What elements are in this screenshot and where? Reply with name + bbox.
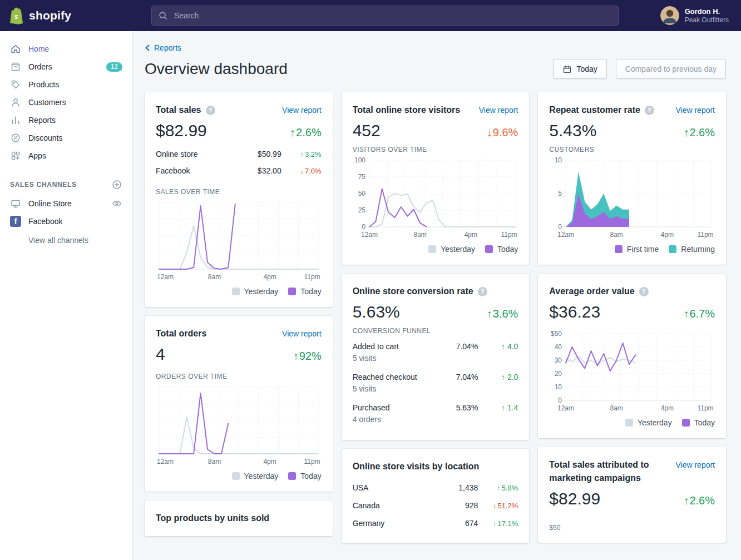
help-icon[interactable]: ? bbox=[478, 287, 487, 296]
add-channel-button[interactable] bbox=[111, 179, 122, 190]
conversion-value: 5.63% bbox=[353, 303, 400, 321]
view-all-channels-link[interactable]: View all channels bbox=[0, 230, 132, 250]
conversion-delta: ↑3.6% bbox=[487, 308, 518, 320]
sidebar: Home Orders 12 Products Customers Report… bbox=[0, 31, 133, 560]
svg-text:4pm: 4pm bbox=[661, 404, 674, 412]
sidebar-item-facebook[interactable]: f Facebook bbox=[0, 212, 132, 230]
search-input[interactable] bbox=[173, 11, 612, 21]
sidebar-item-discounts[interactable]: Discounts bbox=[0, 129, 132, 147]
svg-text:8am: 8am bbox=[610, 231, 623, 239]
location-row: USA 1,438 ↑5.8% bbox=[353, 479, 518, 497]
returning-swatch bbox=[669, 245, 676, 253]
svg-text:100: 100 bbox=[354, 156, 365, 164]
chart-legend: Yesterday Today bbox=[156, 472, 322, 480]
svg-text:75: 75 bbox=[358, 173, 365, 181]
aov-value: $36.23 bbox=[549, 303, 600, 321]
svg-text:4pm: 4pm bbox=[661, 231, 674, 239]
svg-text:0: 0 bbox=[362, 223, 365, 231]
search-area bbox=[133, 6, 647, 26]
avatar bbox=[660, 6, 679, 25]
user-menu[interactable]: Gordon H. Peak Outfitters bbox=[647, 6, 741, 25]
svg-text:s: s bbox=[14, 12, 18, 21]
yesterday-swatch bbox=[625, 419, 633, 427]
customers-chart: 105012am8am4pm11pm bbox=[549, 156, 715, 240]
today-swatch bbox=[682, 419, 690, 427]
page-title: Overview dashboard bbox=[145, 60, 288, 78]
store-name: Peak Outfitters bbox=[685, 16, 729, 24]
apps-icon bbox=[10, 150, 21, 161]
svg-text:11pm: 11pm bbox=[304, 273, 320, 281]
sidebar-item-apps[interactable]: Apps bbox=[0, 147, 132, 165]
visitors-delta: ↓9.6% bbox=[487, 126, 518, 139]
chart-legend: Yesterday Today bbox=[549, 418, 715, 427]
sidebar-item-reports[interactable]: Reports bbox=[0, 111, 132, 129]
section-label: SALES OVER TIME bbox=[156, 188, 322, 196]
svg-text:12am: 12am bbox=[557, 404, 574, 412]
yesterday-swatch bbox=[232, 288, 240, 295]
section-label: CUSTOMERS bbox=[549, 146, 715, 153]
products-icon bbox=[10, 79, 21, 90]
svg-text:12am: 12am bbox=[157, 458, 174, 465]
svg-text:5: 5 bbox=[559, 190, 562, 197]
section-label: CONVERSION FUNNEL bbox=[353, 327, 518, 335]
facebook-icon: f bbox=[10, 216, 21, 227]
sidebar-item-home[interactable]: Home bbox=[0, 40, 132, 58]
funnel-step-row: Reached checkout 5 visits 7.04% ↑2.0 bbox=[353, 368, 518, 398]
view-report-link[interactable]: View report bbox=[479, 103, 518, 117]
marketing-sales-delta: ↑2.6% bbox=[683, 494, 715, 507]
card-total-orders: Total orders View report 4 ↑92% ORDERS O… bbox=[145, 316, 333, 492]
svg-text:12am: 12am bbox=[361, 231, 378, 239]
sidebar-item-online-store[interactable]: Online Store bbox=[0, 195, 132, 212]
sales-over-time-chart: 12am8am4pm11pm bbox=[156, 198, 322, 283]
shopify-logo[interactable]: s shopify bbox=[0, 7, 133, 24]
total-sales-value: $82.99 bbox=[156, 121, 207, 140]
view-report-link[interactable]: View report bbox=[675, 458, 715, 472]
compare-button[interactable]: Compared to previous day bbox=[616, 59, 726, 79]
help-icon[interactable]: ? bbox=[639, 287, 649, 296]
svg-text:40: 40 bbox=[555, 343, 562, 351]
visitors-value: 452 bbox=[353, 121, 381, 140]
yesterday-swatch bbox=[232, 472, 240, 480]
svg-text:10: 10 bbox=[555, 383, 562, 391]
today-swatch bbox=[485, 245, 493, 253]
today-swatch bbox=[288, 288, 296, 295]
location-row: Germany 674 ↑17.1% bbox=[353, 514, 518, 532]
date-range-today-button[interactable]: Today bbox=[553, 59, 606, 79]
home-icon bbox=[10, 43, 21, 54]
breadcrumb[interactable]: Reports bbox=[145, 43, 181, 52]
sales-channel-row: Facebook $32.00 ↓7.0% bbox=[156, 162, 322, 179]
section-label: ORDERS OVER TIME bbox=[156, 373, 322, 380]
sidebar-item-products[interactable]: Products bbox=[0, 76, 132, 93]
search-box[interactable] bbox=[151, 6, 619, 26]
svg-text:11pm: 11pm bbox=[698, 404, 714, 412]
view-report-link[interactable]: View report bbox=[282, 103, 322, 117]
sidebar-item-orders[interactable]: Orders 12 bbox=[0, 58, 132, 76]
section-label: VISITORS OVER TIME bbox=[353, 146, 518, 153]
card-conversion-rate: Online store conversion rate ? 5.63% ↑3.… bbox=[342, 274, 530, 440]
chart-legend: Yesterday Today bbox=[353, 245, 518, 254]
orders-over-time-chart: 12am8am4pm11pm bbox=[156, 383, 322, 467]
preview-store-eye-icon[interactable] bbox=[111, 198, 122, 209]
help-icon[interactable]: ? bbox=[645, 106, 654, 115]
view-report-link[interactable]: View report bbox=[675, 103, 715, 117]
card-total-sales: Total sales ? View report $82.99 ↑2.6% O… bbox=[145, 92, 333, 307]
repeat-rate-delta: ↑2.6% bbox=[683, 126, 715, 139]
aov-delta: ↑6.7% bbox=[683, 308, 715, 320]
sidebar-item-customers[interactable]: Customers bbox=[0, 93, 132, 111]
location-row: Canada 928 ↓51.2% bbox=[353, 497, 518, 514]
svg-text:4pm: 4pm bbox=[263, 458, 276, 465]
chart-legend: Yesterday Today bbox=[156, 287, 322, 296]
repeat-rate-value: 5.43% bbox=[549, 121, 596, 140]
card-total-online-store-visitors: Total online store visitors View report … bbox=[342, 92, 530, 265]
svg-text:20: 20 bbox=[555, 370, 562, 378]
svg-text:4pm: 4pm bbox=[263, 273, 276, 281]
view-report-link[interactable]: View report bbox=[282, 327, 322, 340]
svg-text:8am: 8am bbox=[413, 231, 426, 239]
visitors-over-time-chart: 100755025012am8am4pm11pm bbox=[353, 156, 518, 240]
svg-text:8am: 8am bbox=[610, 404, 623, 412]
svg-text:50: 50 bbox=[358, 190, 365, 197]
total-orders-value: 4 bbox=[156, 345, 165, 364]
card-top-products: Top products by units sold bbox=[145, 500, 333, 536]
funnel-step-row: Added to cart 5 visits 7.04% ↑4.0 bbox=[353, 337, 518, 368]
help-icon[interactable]: ? bbox=[206, 106, 215, 115]
